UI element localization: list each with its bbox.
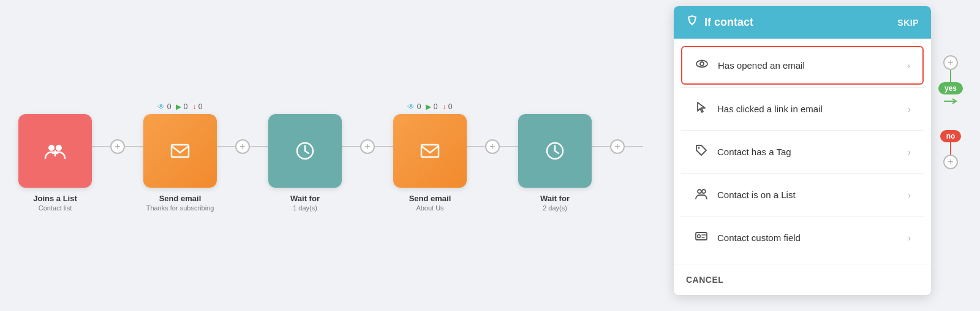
label-joins: Joins a List [33,194,77,203]
stat-cursor-2: ▶ 0 [426,102,437,111]
panel-header: If contact SKIP [674,6,931,39]
divider-0 [681,87,924,88]
cursor-count-1: 0 [184,102,188,111]
line-4b [500,146,518,147]
label-wait2: Wait for [540,194,570,203]
node-card-send1[interactable] [143,114,217,188]
yes-arrow-icon [944,97,959,106]
right-plus-bottom[interactable]: + [943,155,958,169]
stat-eye-1: 👁 0 [157,102,171,111]
panel-title: If contact [704,16,753,29]
line-from-no [950,142,951,155]
cursor-icon-2: ▶ [426,102,431,111]
divider-1 [681,130,924,131]
svg-point-0 [48,145,55,151]
eye-count-1: 0 [167,102,172,111]
yes-arrow-row [943,97,959,106]
node-card-wait2[interactable] [518,114,592,188]
yes-badge: yes [938,82,963,94]
arrow-count-1: 0 [198,102,203,111]
text-on-list: Contact is on a List [717,190,796,200]
panel-item-has-tag[interactable]: Contact has a Tag › [681,133,924,171]
line-4a [467,146,485,147]
divider-3 [681,216,924,217]
no-badge: no [940,130,962,142]
clock-icon-1 [294,140,316,162]
svg-line-11 [555,151,559,153]
node-wait-1: Wait for 1 day(s) [268,99,342,212]
cancel-button[interactable]: CANCEL [686,275,723,285]
line-3a [342,146,360,147]
plus-btn-1[interactable]: + [110,139,125,154]
node-send-email-2: 👁 0 ▶ 0 ↓ 0 Send email About Us [393,99,467,212]
svg-rect-4 [172,145,189,157]
panel-item-left-2: Contact has a Tag [694,144,791,160]
chevron-icon-4: › [908,233,911,243]
plus-btn-4[interactable]: + [485,139,500,154]
svg-point-18 [698,235,701,238]
node-card-wait1[interactable] [268,114,342,188]
sublabel-send1: Thanks for subscribing [146,204,214,212]
line-5b [625,146,643,147]
panel-item-has-opened[interactable]: Has opened an email › [681,46,924,85]
text-custom-field: Contact custom field [717,232,801,243]
arrow-icon-2: ↓ [443,102,447,111]
stats-send1: 👁 0 ▶ 0 ↓ 0 [157,99,202,114]
node-card-joins[interactable] [18,114,92,188]
panel-item-left-0: Has opened an email [695,57,805,74]
people-panel-icon [694,186,709,203]
eye-count-2: 0 [417,102,421,111]
skip-button[interactable]: SKIP [897,18,919,28]
panel-item-on-list[interactable]: Contact is on a List › [681,176,924,213]
canvas: Joins a List Contact list + 👁 0 ▶ 0 ↓ [0,0,637,311]
panel-footer: CANCEL [674,264,931,295]
node-wait-2: Wait for 2 day(s) [518,99,592,212]
tag-panel-icon [694,144,709,160]
connector-1: + [92,139,143,154]
eye-icon-1: 👁 [157,102,165,111]
panel-item-custom-field[interactable]: Contact custom field › [681,219,924,256]
if-contact-panel: If contact SKIP Has opened an email › [674,6,931,295]
connector-2: + [217,139,268,154]
line-5a [592,146,610,147]
node-card-send2[interactable] [393,114,467,188]
line-3b [375,146,393,147]
panel-item-left-1: Has clicked a link in email [694,101,823,117]
svg-point-16 [702,190,706,193]
divider-2 [681,173,924,174]
connector-5: + [592,139,643,154]
svg-point-13 [700,62,704,66]
flow-container: Joins a List Contact list + 👁 0 ▶ 0 ↓ [18,99,643,212]
svg-line-7 [305,151,309,153]
panel-item-has-clicked[interactable]: Has clicked a link in email › [681,90,924,128]
cursor-icon-1: ▶ [176,102,181,111]
plus-btn-5[interactable]: + [610,139,625,154]
sublabel-joins: Contact list [39,204,72,212]
text-has-clicked: Has clicked a link in email [717,104,823,114]
svg-point-14 [698,147,700,149]
eye-panel-icon [695,57,709,74]
line-1b [125,146,143,147]
node-send-email-1: 👁 0 ▶ 0 ↓ 0 Send email Thanks f [143,99,217,212]
cursor-panel-icon [694,101,709,117]
label-wait1: Wait for [290,194,320,203]
stat-cursor-1: ▶ 0 [176,102,187,111]
plus-btn-3[interactable]: + [360,139,375,154]
clock-icon-2 [544,140,566,162]
arrow-count-2: 0 [448,102,453,111]
text-has-tag: Contact has a Tag [717,147,791,157]
chevron-icon-2: › [908,147,911,157]
svg-point-1 [56,145,62,151]
line-to-yes [950,70,951,82]
card-panel-icon [694,229,709,246]
panel-body: Has opened an email › Has clicked a link… [674,39,931,264]
chevron-icon-3: › [908,190,911,200]
right-plus-top[interactable]: + [943,55,958,70]
right-flow: + yes no + [938,55,963,169]
stat-arrow-1: ↓ 0 [193,102,203,111]
cursor-count-2: 0 [434,102,438,111]
panel-item-left-4: Contact custom field [694,229,801,246]
plus-btn-2[interactable]: + [235,139,250,154]
chevron-icon-1: › [908,104,911,114]
people-icon [44,140,66,162]
